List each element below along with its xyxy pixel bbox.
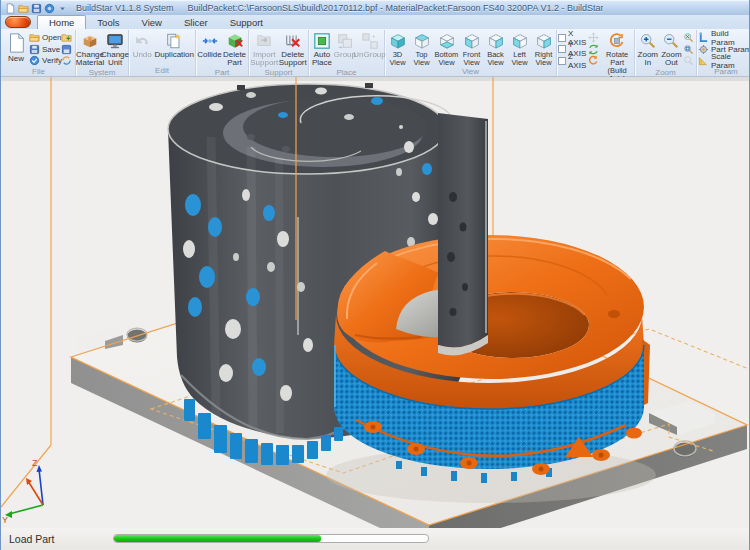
open-folder-icon[interactable] — [18, 3, 29, 14]
import-support-button[interactable]: Import Support — [250, 30, 279, 68]
sync-small-button[interactable] — [61, 55, 74, 67]
view-left-label: Left View — [508, 51, 531, 67]
new-icon — [5, 32, 27, 54]
ribbon-group-transformation: X AXIS Y AXIS Z AXIS — [557, 30, 635, 76]
viewport-top-shade — [1, 77, 750, 81]
new-document-icon[interactable] — [5, 3, 16, 14]
ribbon-tab-row: Home Tools View Slicer Support — [1, 15, 749, 29]
tab-support[interactable]: Support — [219, 16, 274, 29]
tab-slicer[interactable]: Slicer — [173, 16, 219, 29]
move-icon — [588, 32, 599, 43]
rotate-small-button[interactable] — [588, 55, 599, 67]
z-axis-checkbox[interactable] — [558, 57, 566, 65]
save-disk-icon[interactable] — [31, 3, 42, 14]
change-unit-icon — [106, 32, 124, 50]
view-3d-button[interactable]: 3D View — [386, 30, 409, 67]
new-button[interactable]: New — [3, 30, 29, 63]
zoom-window-button[interactable] — [683, 44, 695, 56]
group-label-view: View — [386, 67, 555, 77]
tab-tools[interactable]: Tools — [86, 16, 130, 29]
collide-icon — [201, 32, 219, 50]
zoom-in-button[interactable]: Zoom In — [636, 30, 660, 68]
viewport-3d[interactable]: Z Y — [1, 77, 749, 527]
view-front-button[interactable]: Front View — [460, 30, 483, 67]
delete-support-button[interactable]: Delete Support — [279, 30, 308, 68]
ribbon-group-file: New Open Save Verify — [2, 30, 76, 76]
zoom-window-icon — [683, 44, 694, 55]
mirror-icon — [588, 44, 599, 55]
x-axis-checkbox[interactable] — [558, 34, 566, 42]
view-back-button[interactable]: Back View — [484, 30, 507, 67]
open-button[interactable]: Open — [29, 32, 61, 44]
delete-part-button[interactable]: Delete Part — [222, 30, 247, 68]
zoom-previous-button[interactable] — [683, 55, 695, 67]
ribbon-group-zoom: Zoom In Zoom Out — [635, 30, 697, 76]
load-progress-bar — [113, 534, 429, 543]
change-material-icon — [81, 32, 99, 50]
duplication-label: Duplication — [154, 51, 194, 59]
build-param-button[interactable]: Build Param — [698, 32, 750, 44]
mirror-part-button[interactable] — [588, 44, 599, 56]
view-bottom-label: Bottom View — [434, 51, 459, 67]
view-top-button[interactable]: Top View — [410, 30, 433, 67]
undo-label: Undo — [133, 51, 152, 59]
rotate-part-icon — [608, 32, 626, 50]
change-material-button[interactable]: Change Material — [77, 30, 103, 68]
change-material-label: Change Material — [76, 51, 104, 68]
view-back-label: Back View — [484, 51, 507, 67]
zoom-extents-button[interactable] — [683, 32, 695, 44]
window-title: BuildStar V1.1.8 SystemBuildPacket:C:\Fa… — [76, 3, 603, 13]
group-label-file: File — [3, 67, 74, 77]
scene-canvas[interactable]: Z Y — [1, 77, 750, 528]
verify-label: Verify — [42, 56, 62, 65]
ribbon-group-support: Import Support Delete Support Support — [249, 30, 309, 76]
duplication-button[interactable]: Duplication — [154, 30, 194, 59]
view-top-label: Top View — [410, 51, 433, 67]
view-3d-label: 3D View — [386, 51, 409, 67]
import-support-label: Import Support — [250, 51, 279, 68]
tab-home[interactable]: Home — [37, 15, 86, 29]
view-right-label: Right View — [532, 51, 555, 67]
part-param-icon — [698, 44, 709, 55]
ungroup-icon — [361, 32, 379, 50]
zoom-out-button[interactable]: Zoom Out — [660, 30, 684, 68]
view-bottom-button[interactable]: Bottom View — [434, 30, 459, 67]
z-axis-checkbox-row: Z AXIS — [558, 55, 586, 67]
zoom-in-label: Zoom In — [636, 51, 660, 68]
info-icon[interactable] — [44, 3, 55, 14]
save-button[interactable]: Save — [29, 44, 61, 56]
zoom-extents-icon — [683, 32, 694, 43]
change-unit-button[interactable]: Change Unit — [103, 30, 127, 68]
view-bottom-icon — [438, 32, 456, 50]
auto-place-button[interactable]: Auto Place — [310, 30, 334, 68]
save-small-button[interactable] — [61, 44, 74, 56]
view-back-icon — [487, 32, 505, 50]
ribbon-group-param: Build Param Part Param Scale Param Param — [697, 30, 750, 76]
rotate-part-build-axis-button[interactable]: Rotate Part (Build Axis) — [601, 30, 633, 83]
quick-access-dropdown-icon[interactable] — [57, 3, 68, 14]
collide-button[interactable]: Collide — [197, 30, 222, 59]
ungroup-label: UnGroup — [353, 51, 385, 59]
view-left-icon — [511, 32, 529, 50]
y-axis-checkbox[interactable] — [558, 45, 566, 53]
quick-access-toolbar — [5, 3, 68, 14]
ungroup-button[interactable]: UnGroup — [356, 30, 383, 59]
view-right-button[interactable]: Right View — [532, 30, 555, 67]
tab-view[interactable]: View — [131, 16, 173, 29]
move-part-button[interactable] — [588, 32, 599, 44]
folder-small-button[interactable] — [61, 32, 74, 44]
sync-small-icon — [61, 55, 72, 66]
zoom-out-label: Zoom Out — [660, 51, 684, 68]
application-menu-button[interactable] — [5, 16, 31, 28]
title-bar: BuildStar V1.1.8 SystemBuildPacket:C:\Fa… — [1, 0, 749, 15]
zoom-in-icon — [639, 32, 657, 50]
view-front-label: Front View — [460, 51, 483, 67]
scale-param-button[interactable]: Scale Param — [698, 55, 750, 67]
save-icon — [29, 44, 40, 55]
delete-part-label: Delete Part — [222, 51, 247, 68]
verify-button[interactable]: Verify — [29, 55, 61, 67]
delete-support-icon — [284, 32, 302, 50]
view-left-button[interactable]: Left View — [508, 30, 531, 67]
undo-button[interactable]: Undo — [130, 30, 154, 59]
group-label-param: Param — [698, 67, 750, 77]
